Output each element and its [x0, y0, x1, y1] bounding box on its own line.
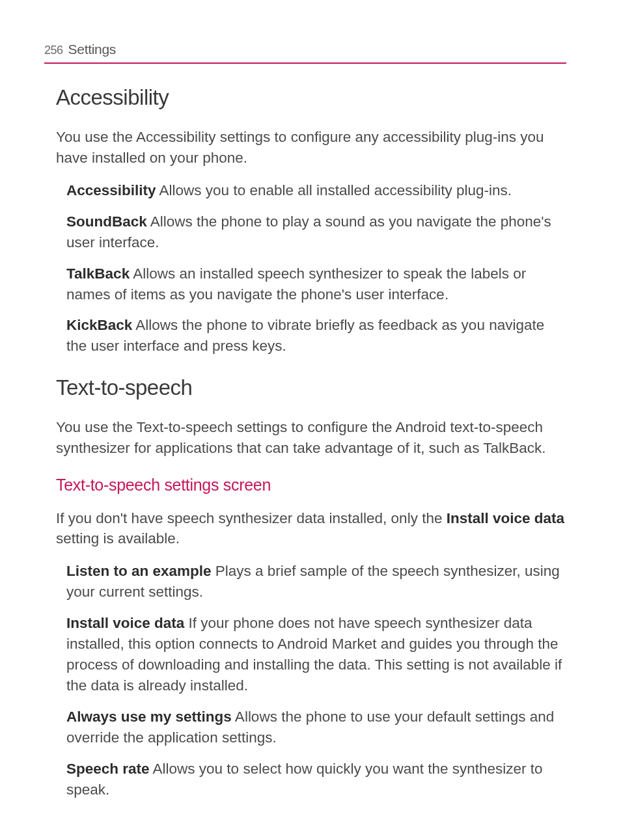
setting-label: SoundBack: [66, 213, 147, 230]
setting-item: Speech rate Allows you to select how qui…: [66, 759, 566, 800]
subheading-tts-settings: Text-to-speech settings screen: [56, 474, 566, 496]
sub-intro-post: setting is available.: [56, 530, 180, 547]
setting-desc: Allows the phone to vibrate briefly as f…: [66, 317, 544, 354]
header-section-title: Settings: [68, 40, 116, 59]
setting-desc: Allows an installed speech synthesizer t…: [66, 265, 526, 303]
heading-tts: Text-to-speech: [56, 373, 566, 403]
setting-item: KickBack Allows the phone to vibrate bri…: [66, 315, 566, 357]
setting-desc: Allows you to enable all installed acces…: [156, 182, 512, 198]
setting-label: Install voice data: [66, 615, 184, 631]
setting-item: Listen to an example Plays a brief sampl…: [66, 561, 566, 603]
tts-intro: You use the Text-to-speech settings to c…: [56, 417, 566, 459]
sub-intro-bold: Install voice data: [447, 510, 564, 526]
page-number: 256: [44, 42, 63, 58]
page-header: 256 Settings: [44, 40, 566, 64]
sub-intro-pre: If you don't have speech synthesizer dat…: [56, 510, 447, 526]
setting-item: SoundBack Allows the phone to play a sou…: [66, 211, 566, 253]
setting-label: Listen to an example: [66, 563, 212, 579]
setting-label: KickBack: [66, 317, 132, 333]
setting-item: Install voice data If your phone does no…: [66, 613, 566, 696]
setting-label: Speech rate: [66, 761, 150, 777]
tts-sub-intro: If you don't have speech synthesizer dat…: [56, 508, 566, 550]
setting-label: TalkBack: [66, 265, 130, 282]
setting-item: Accessibility Allows you to enable all i…: [66, 180, 566, 201]
setting-item: TalkBack Allows an installed speech synt…: [66, 264, 566, 305]
setting-item: Always use my settings Allows the phone …: [66, 707, 566, 748]
heading-accessibility: Accessibility: [56, 83, 566, 113]
setting-label: Always use my settings: [66, 709, 232, 725]
accessibility-intro: You use the Accessibility settings to co…: [56, 127, 566, 169]
setting-label: Accessibility: [66, 182, 156, 198]
